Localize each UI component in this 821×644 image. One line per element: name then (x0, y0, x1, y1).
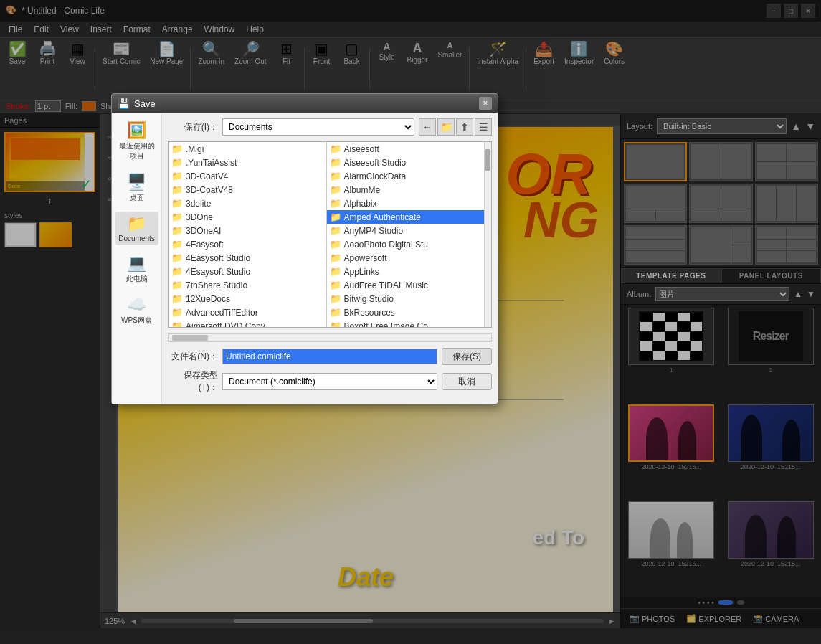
location-label: 保存(I)： (168, 121, 218, 133)
recent-icon: 🖼️ (127, 121, 146, 140)
file-item-3doneai[interactable]: 📁3DOneAI (169, 224, 326, 237)
folder-icon: 📁 (171, 239, 183, 250)
folder-icon: 📁 (171, 157, 183, 168)
folder-icon: 📁 (171, 143, 183, 154)
file-item-albumme[interactable]: 📁AlbumMe (327, 183, 485, 196)
file-item-3delite[interactable]: 📁3delite (169, 196, 326, 210)
file-item-4easysoft[interactable]: 📁4Easysoft (169, 237, 326, 251)
desktop-icon: 🖥️ (127, 173, 146, 191)
file-item-amped[interactable]: 📁Amped Authenticate (327, 210, 485, 224)
folder-icon: 📁 (330, 198, 341, 209)
file-list-col1: 📁.Migi 📁.YunTaiAssist 📁3D-CoatV4 📁3D-Coa… (169, 142, 326, 327)
file-item-4easysoftstudio[interactable]: 📁4Easysoft Studio (169, 251, 326, 265)
folder-icon: 📁 (171, 171, 183, 181)
folder-icon: 📁 (171, 266, 183, 277)
file-item-audfree[interactable]: 📁AudFree TIDAL Music (327, 278, 485, 292)
dialog-sidebar-desktop[interactable]: 🖥️ 桌面 (115, 170, 158, 206)
file-item-alarmclock[interactable]: 📁AlarmClockData (327, 169, 485, 183)
dialog-location-row: 保存(I)： Documents ← 📁 ⬆ ☰ (168, 118, 492, 136)
folder-icon: 📁 (330, 307, 341, 318)
folder-icon: 📁 (171, 293, 183, 304)
file-item-boxoft[interactable]: 📁Boxoft Free Image Co (327, 319, 485, 327)
folder-icon: 📁 (171, 307, 183, 318)
folder-icon: 📁 (171, 184, 183, 195)
folder-icon: 📁 (171, 252, 183, 263)
pc-icon: 💻 (127, 254, 146, 273)
file-item-3done[interactable]: 📁3DOne (169, 210, 326, 224)
folder-icon: 📁 (330, 239, 341, 250)
file-item-yuntai[interactable]: 📁.YunTaiAssist (169, 156, 326, 169)
nav-view-button[interactable]: ☰ (475, 118, 492, 136)
dialog-title-icon: 💾 (118, 98, 130, 109)
filetype-label: 保存类型(T)： (168, 369, 218, 394)
documents-icon: 📁 (127, 214, 146, 233)
filetype-select[interactable]: Document (*.comiclife) (222, 373, 437, 390)
dialog-titlebar: 💾 Save × (112, 94, 498, 113)
dialog-close-button[interactable]: × (479, 97, 492, 110)
file-item-alphabix[interactable]: 📁Alphabix (327, 196, 485, 210)
file-item-bitwig[interactable]: 📁Bitwig Studio (327, 292, 485, 306)
folder-icon: 📁 (330, 184, 341, 195)
file-item-applinks[interactable]: 📁AppLinks (327, 265, 485, 278)
file-list-col2: 📁Aiseesoft 📁Aiseesoft Studio 📁AlarmClock… (327, 142, 485, 327)
folder-icon: 📁 (171, 321, 183, 327)
folder-icon: 📁 (330, 171, 341, 181)
folder-icon: 📁 (171, 198, 183, 209)
folder-icon: 📁 (171, 212, 183, 222)
dialog-main: 保存(I)： Documents ← 📁 ⬆ ☰ (162, 113, 498, 404)
folder-icon: 📁 (330, 280, 341, 290)
file-item-3dcoatv48[interactable]: 📁3D-CoatV48 (169, 183, 326, 196)
file-item-aoaophoto[interactable]: 📁AoaoPhoto Digital Stu (327, 237, 485, 251)
folder-icon: 📁 (330, 157, 341, 168)
folder-icon: 📁 (330, 143, 341, 154)
location-select[interactable]: Documents (222, 118, 414, 136)
dialog-sidebar-wps[interactable]: ☁️ WPS网盘 (115, 293, 158, 328)
file-item-7thshare[interactable]: 📁7thShare Studio (169, 278, 326, 292)
nav-back-button[interactable]: ← (419, 118, 436, 136)
dialog-nav-buttons: ← 📁 ⬆ ☰ (419, 118, 492, 136)
filename-row: 文件名(N)： 保存(S) (168, 348, 492, 365)
file-item-12xuedocs[interactable]: 📁12XueDocs (169, 292, 326, 306)
dialog-title-text: Save (134, 98, 479, 109)
dialog-body: 🖼️ 最近使用的项目 🖥️ 桌面 📁 Documents 💻 此电脑 ☁️ (112, 113, 498, 404)
file-item-aimersoft[interactable]: 📁Aimersoft DVD Copy (169, 319, 326, 327)
file-item-advancedtiff[interactable]: 📁AdvancedTiffEditor (169, 306, 326, 319)
file-item-aiseesoft[interactable]: 📁Aiseesoft (327, 142, 485, 156)
file-item-anymp4[interactable]: 📁AnyMP4 Studio (327, 224, 485, 237)
file-scrollbar[interactable] (484, 142, 491, 327)
folder-icon: 📁 (330, 252, 341, 263)
nav-new-folder-button[interactable]: 📁 (437, 118, 455, 136)
dialog-overlay: 💾 Save × 🖼️ 最近使用的项目 🖥️ 桌面 📁 Documents (0, 0, 821, 644)
file-item-migi[interactable]: 📁.Migi (169, 142, 326, 156)
wps-cloud-icon: ☁️ (127, 295, 146, 314)
folder-icon: 📁 (330, 321, 341, 327)
dialog-sidebar-pc[interactable]: 💻 此电脑 (115, 251, 158, 287)
folder-icon: 📁 (330, 266, 341, 277)
file-item-apowersoft[interactable]: 📁Apowersoft (327, 251, 485, 265)
dialog-sidebar: 🖼️ 最近使用的项目 🖥️ 桌面 📁 Documents 💻 此电脑 ☁️ (112, 113, 162, 404)
cancel-dialog-button[interactable]: 取消 (442, 373, 492, 390)
dialog-sidebar-recent[interactable]: 🖼️ 最近使用的项目 (115, 118, 158, 164)
h-scrollbar[interactable] (168, 333, 492, 342)
dialog-sidebar-documents[interactable]: 📁 Documents (115, 212, 158, 245)
folder-icon: 📁 (171, 225, 183, 236)
folder-icon: 📁 (171, 280, 183, 290)
filetype-row: 保存类型(T)： Document (*.comiclife) 取消 (168, 369, 492, 394)
file-item-aiseesoftstudio[interactable]: 📁Aiseesoft Studio (327, 156, 485, 169)
folder-icon: 📁 (330, 225, 341, 236)
file-item-bkresources[interactable]: 📁BkResources (327, 306, 485, 319)
filename-label: 文件名(N)： (168, 351, 218, 363)
file-item-4esaysoft[interactable]: 📁4Esaysoft Studio (169, 265, 326, 278)
file-list-container: 📁.Migi 📁.YunTaiAssist 📁3D-CoatV4 📁3D-Coa… (168, 141, 492, 328)
file-item-3dcoatv4[interactable]: 📁3D-CoatV4 (169, 169, 326, 183)
save-dialog-button[interactable]: 保存(S) (442, 348, 492, 365)
folder-icon: 📁 (330, 293, 341, 304)
filename-input[interactable] (222, 349, 437, 364)
nav-folder-up-button[interactable]: ⬆ (456, 118, 473, 136)
save-dialog: 💾 Save × 🖼️ 最近使用的项目 🖥️ 桌面 📁 Documents (111, 93, 498, 404)
folder-icon: 📁 (330, 212, 341, 222)
